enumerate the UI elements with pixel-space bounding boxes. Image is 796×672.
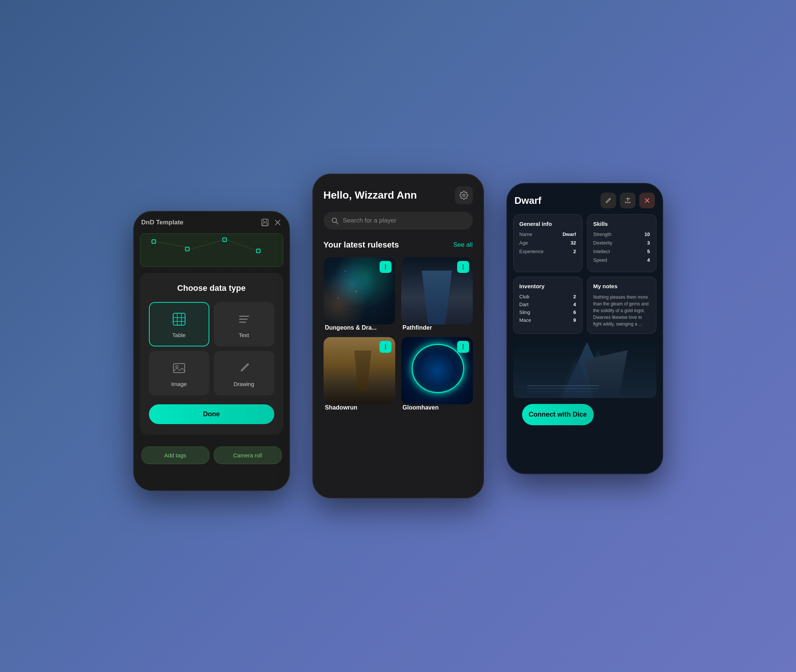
sling-row: Sling 6 <box>519 309 576 315</box>
skills-title: Skills <box>593 221 650 227</box>
data-type-table[interactable]: Table <box>149 302 209 346</box>
menu-dots-icon <box>383 264 388 270</box>
intellect-label: Intellect <box>593 249 610 254</box>
svg-line-32 <box>609 199 610 200</box>
search-bar[interactable]: Search for a player <box>324 212 473 230</box>
menu-dots-icon <box>460 264 466 270</box>
drawing-icon <box>235 359 253 377</box>
share-button[interactable] <box>620 193 636 208</box>
canvas-area <box>140 233 283 267</box>
rulesets-grid: Dungeons & Dra... Pathfinder <box>313 257 483 411</box>
club-label: Club <box>519 294 529 299</box>
dwarf-title: Dwarf <box>515 195 542 206</box>
canvas-node <box>222 237 227 242</box>
svg-point-27 <box>385 346 386 347</box>
table-label: Table <box>173 332 186 338</box>
table-icon <box>170 310 188 328</box>
ruleset-dungeons[interactable]: Dungeons & Dra... <box>324 257 395 331</box>
strength-label: Strength <box>593 232 612 237</box>
svg-point-20 <box>385 265 386 266</box>
speed-row: Speed 4 <box>593 257 650 263</box>
edit-button[interactable] <box>601 193 616 208</box>
name-label: Name <box>519 232 532 237</box>
svg-point-22 <box>385 269 386 270</box>
inventory-items: Club 2 Dart 4 Sling 6 Mace 9 <box>519 294 576 323</box>
svg-point-26 <box>385 345 386 346</box>
svg-point-21 <box>385 267 386 268</box>
data-type-image[interactable]: Image <box>149 351 209 395</box>
see-all-button[interactable]: See all <box>454 241 473 249</box>
strength-row: Strength 10 <box>593 232 650 237</box>
data-type-text[interactable]: Text <box>214 302 274 346</box>
image-icon <box>170 359 188 377</box>
sling-value: 6 <box>573 309 576 315</box>
svg-rect-5 <box>140 234 283 267</box>
svg-point-28 <box>385 348 386 349</box>
svg-point-15 <box>176 365 178 368</box>
club-value: 2 <box>573 294 576 299</box>
sling-label: Sling <box>519 309 530 315</box>
dexterity-row: Dexterity 3 <box>593 240 650 246</box>
search-placeholder: Search for a player <box>343 217 397 224</box>
data-type-drawing[interactable]: Drawing <box>214 351 274 395</box>
dungeons-menu-button[interactable] <box>379 261 392 273</box>
svg-point-30 <box>462 346 464 347</box>
svg-point-18 <box>332 218 337 222</box>
svg-point-31 <box>462 348 464 349</box>
svg-rect-2 <box>263 223 267 226</box>
svg-line-19 <box>336 222 338 224</box>
experience-row: Experience 2 <box>519 249 576 254</box>
inventory-card: Inventory Club 2 Dart 4 Sling 6 Mace 9 <box>513 277 583 334</box>
svg-point-24 <box>462 267 464 268</box>
phone1-header: DnD Template <box>134 212 289 233</box>
drawing-label: Drawing <box>233 381 254 387</box>
age-value: 32 <box>571 240 576 246</box>
dungeons-image <box>324 257 395 325</box>
speed-label: Speed <box>593 257 607 263</box>
svg-line-16 <box>246 365 247 366</box>
ruleset-gloomhaven[interactable]: Gloomhaven <box>401 337 473 411</box>
scene-background <box>513 338 657 398</box>
mace-row: Mace 9 <box>519 317 576 323</box>
camera-roll-button[interactable]: Camera roll <box>214 446 282 464</box>
phone3-actions <box>601 193 655 208</box>
settings-button[interactable] <box>455 186 473 204</box>
ruleset-pathfinder[interactable]: Pathfinder <box>401 257 473 331</box>
gloomhaven-menu-button[interactable] <box>457 341 469 353</box>
pathfinder-image <box>401 257 473 325</box>
general-info-card: General info Name Dwarf Age 32 Experienc… <box>513 214 583 272</box>
close-button[interactable] <box>639 193 655 208</box>
dart-value: 4 <box>573 302 576 307</box>
shadowrun-menu-button[interactable] <box>379 341 392 353</box>
dexterity-label: Dexterity <box>593 240 612 246</box>
canvas-node <box>256 249 261 253</box>
gear-icon <box>459 191 468 200</box>
canvas-node <box>185 247 190 251</box>
connect-with-dice-button[interactable]: Connect with Dice <box>522 404 594 425</box>
save-icon[interactable] <box>261 218 269 227</box>
close-icon[interactable] <box>273 218 282 227</box>
greeting-title: Hello, Wizzard Ann <box>324 189 417 201</box>
phone1-title: DnD Template <box>141 219 184 226</box>
done-button[interactable]: Done <box>149 404 274 424</box>
svg-rect-6 <box>173 313 185 325</box>
share-icon <box>624 197 631 204</box>
pathfinder-menu-button[interactable] <box>457 261 469 273</box>
notes-text: Nothing pleases them more than the gleam… <box>593 294 650 327</box>
phone3-header: Dwarf <box>507 184 662 214</box>
experience-label: Experience <box>519 249 544 254</box>
shadowrun-image <box>324 337 395 404</box>
ruleset-shadowrun[interactable]: Shadowrun <box>324 337 395 411</box>
add-tags-button[interactable]: Add tags <box>141 446 209 464</box>
scene-svg <box>513 338 657 398</box>
name-row: Name Dwarf <box>519 232 576 237</box>
dwarf-scene <box>513 338 657 398</box>
phone-dnd-template: DnD Template <box>133 211 290 491</box>
svg-point-17 <box>463 194 465 196</box>
svg-point-23 <box>462 265 464 266</box>
dart-label: Dart <box>519 302 529 307</box>
age-label: Age <box>519 240 528 246</box>
experience-value: 2 <box>573 249 576 254</box>
notes-title: My notes <box>593 283 650 290</box>
mace-value: 9 <box>573 317 576 323</box>
